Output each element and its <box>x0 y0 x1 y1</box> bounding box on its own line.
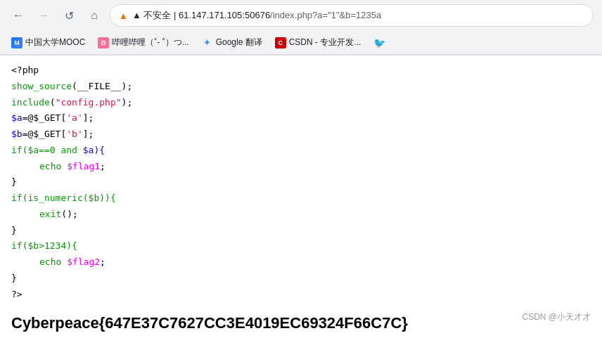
get-a-end: ]; <box>83 112 94 123</box>
var-b-decl: $b <box>11 129 23 139</box>
exit-keyword: exit <box>39 209 61 219</box>
reload-button[interactable]: ↺ <box>59 6 79 25</box>
code-line-11: } <box>11 223 591 239</box>
code-line-1: <?php <box>11 63 591 79</box>
include-end: ; <box>127 97 132 108</box>
warning-icon: ▲ <box>119 11 128 21</box>
get-b: =@$_GET[ <box>23 129 67 139</box>
if-keyword-2: if(is_numeric($b)){ <box>11 193 116 203</box>
code-line-2: show_source(__FILE__); <box>11 79 591 95</box>
code-line-15: ?> <box>11 287 591 303</box>
echo-keyword-1: echo <box>39 161 61 171</box>
code-block: <?php show_source(__FILE__); include("co… <box>11 63 591 302</box>
url-path: /index.php?a="1"&b=1235a <box>270 10 381 20</box>
include-keyword: include <box>11 97 50 108</box>
var-a-decl: $a <box>11 112 23 123</box>
show-source-arg: (__FILE__) <box>72 81 127 91</box>
flag-output-section: Cyberpeace{647E37C7627CC3E4019EC69324F66… <box>11 311 591 335</box>
and-keyword: and <box>60 145 77 155</box>
code-line-14: } <box>11 271 591 287</box>
back-button[interactable]: ← <box>8 6 28 25</box>
code-line-5: $b=@$_GET['b']; <box>11 126 591 143</box>
code-line-3: include("config.php"); <box>11 95 591 111</box>
close-brace-2: } <box>11 225 17 235</box>
php-close-tag: ?> <box>11 289 23 299</box>
bookmark-bili[interactable]: B 哔哩哔哩（˚- ˚）つ... <box>92 34 194 51</box>
watermark: CSDN @小天才才 <box>522 311 591 324</box>
echo-keyword-2: echo <box>39 256 61 267</box>
mooc-icon: M <box>11 37 23 48</box>
bookmark-csdn[interactable]: C CSDN - 专业开发... <box>269 34 367 51</box>
flag1-var: $flag1 <box>67 161 100 171</box>
csdn-icon: C <box>275 37 286 48</box>
if-keyword-3: if($b>1234){ <box>11 240 77 251</box>
bookmark-mooc-label: 中国大学MOOC <box>25 37 85 48</box>
code-line-8: } <box>11 174 591 190</box>
translate-icon: ✦ <box>202 37 213 48</box>
get-a: =@$_GET[ <box>23 112 67 123</box>
code-line-6: if($a==0 and $a){ <box>11 143 591 159</box>
exit-end: ; <box>72 209 78 219</box>
if-keyword-1: if($a==0 <box>11 145 56 155</box>
bookmark-translate[interactable]: ✦ Google 翻译 <box>196 34 268 51</box>
var-a-cond: $a){ <box>83 145 105 155</box>
bookmark-translate-label: Google 翻译 <box>216 37 262 48</box>
show-source-end: ; <box>127 81 132 91</box>
show-source-keyword: show_source <box>11 81 72 91</box>
php-open-tag: <?php <box>11 65 39 75</box>
get-b-end: ]; <box>83 129 94 139</box>
url-port: :50676 <box>242 10 270 20</box>
forward-button[interactable]: → <box>34 6 53 25</box>
bookmark-extra[interactable]: 🐦 <box>368 35 390 51</box>
code-line-12: if($b>1234){ <box>11 238 591 254</box>
nav-bar: ← → ↺ ⌂ ▲ ▲ 不安全 | 61.147.171.105:50676/i… <box>0 0 602 31</box>
bookmark-csdn-label: CSDN - 专业开发... <box>289 37 361 48</box>
code-line-9: if(is_numeric($b)){ <box>11 190 591 207</box>
close-brace-3: } <box>11 273 17 283</box>
get-a-key: 'a' <box>66 112 82 123</box>
address-bar[interactable]: ▲ ▲ 不安全 | 61.147.171.105:50676/index.php… <box>110 4 594 27</box>
bookmark-mooc[interactable]: M 中国大学MOOC <box>6 34 91 51</box>
flag-value: Cyberpeace{647E37C7627CC3E4019EC69324F66… <box>11 314 408 332</box>
include-arg: ("config.php") <box>50 97 127 108</box>
url-host: 61.147.171.105 <box>179 10 242 20</box>
code-line-10: exit(); <box>11 207 591 223</box>
get-b-key: 'b' <box>66 129 82 139</box>
flag2-var: $flag2 <box>67 256 100 267</box>
url-text: ▲ 不安全 | 61.147.171.105:50676/index.php?a… <box>132 9 584 22</box>
extra-icon: 🐦 <box>373 37 385 48</box>
exit-arg: () <box>61 209 72 219</box>
code-line-13: echo $flag2; <box>11 254 591 271</box>
bookmarks-bar: M 中国大学MOOC B 哔哩哔哩（˚- ˚）つ... ✦ Google 翻译 … <box>0 31 602 55</box>
bili-icon: B <box>98 37 109 48</box>
url-warning: ▲ 不安全 | <box>132 10 176 20</box>
bookmark-bili-label: 哔哩哔哩（˚- ˚）つ... <box>112 37 188 48</box>
code-line-4: $a=@$_GET['a']; <box>11 110 591 126</box>
close-brace-1: } <box>11 176 17 187</box>
echo-1-end: ; <box>100 161 105 171</box>
code-line-7: echo $flag1; <box>11 159 591 175</box>
page-content: <?php show_source(__FILE__); include("co… <box>0 56 602 364</box>
browser-chrome: ← → ↺ ⌂ ▲ ▲ 不安全 | 61.147.171.105:50676/i… <box>0 0 602 56</box>
echo-2-end: ; <box>100 256 105 267</box>
home-button[interactable]: ⌂ <box>84 6 104 25</box>
